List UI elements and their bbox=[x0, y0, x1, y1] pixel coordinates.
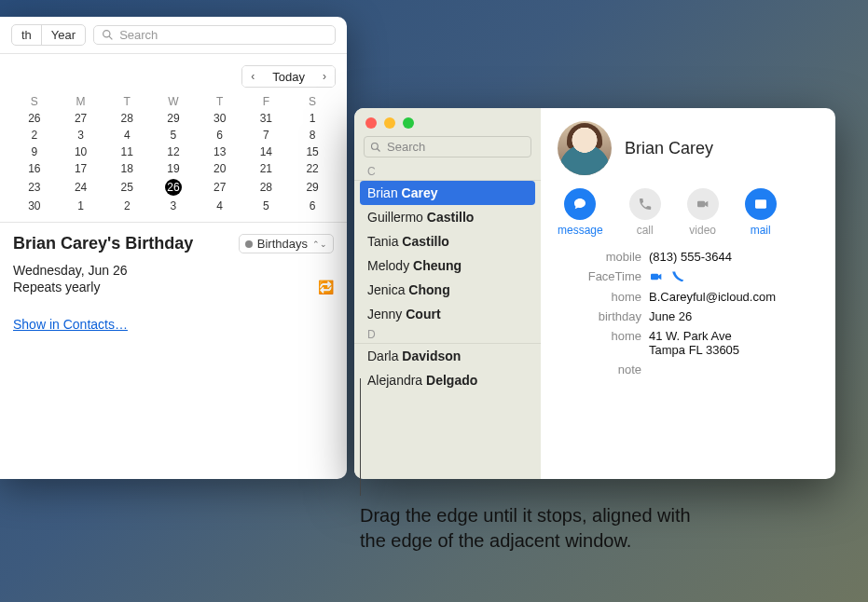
calendar-day[interactable]: 23 bbox=[11, 177, 58, 198]
video-icon[interactable] bbox=[649, 269, 664, 284]
calendar-day[interactable]: 5 bbox=[243, 198, 290, 214]
calendar-day[interactable]: 29 bbox=[150, 110, 197, 127]
calendar-day[interactable]: 24 bbox=[58, 177, 104, 198]
chevron-updown-icon: ⌃⌄ bbox=[312, 239, 327, 249]
mail-icon bbox=[745, 188, 777, 220]
phone-icon[interactable] bbox=[671, 269, 686, 284]
calendar-day[interactable]: 30 bbox=[11, 198, 58, 214]
calendar-day[interactable]: 2 bbox=[103, 198, 150, 214]
calendar-day[interactable]: 8 bbox=[289, 127, 336, 144]
calendar-day[interactable]: 6 bbox=[289, 198, 336, 214]
calendar-day[interactable]: 2 bbox=[11, 127, 58, 144]
calendar-day[interactable]: 16 bbox=[11, 160, 58, 177]
calendar-day[interactable]: 29 bbox=[289, 177, 336, 198]
close-button[interactable] bbox=[365, 117, 377, 129]
contact-row[interactable]: Brian Carey bbox=[360, 181, 535, 205]
calendar-day[interactable]: 27 bbox=[58, 110, 104, 127]
next-button[interactable]: › bbox=[314, 66, 335, 87]
minimize-button[interactable] bbox=[384, 117, 395, 129]
calendar-day[interactable]: 10 bbox=[58, 144, 104, 160]
contacts-search-input[interactable]: Search bbox=[364, 136, 531, 157]
calendar-day[interactable]: 1 bbox=[289, 110, 336, 127]
calendar-day[interactable]: 21 bbox=[243, 160, 290, 177]
action-message[interactable]: message bbox=[558, 188, 603, 237]
contact-row[interactable]: Tania Castillo bbox=[354, 229, 541, 253]
mini-calendar: ‹ Today › SMTWTFS26272829303112345678910… bbox=[0, 54, 347, 222]
view-segmented-control[interactable]: th Year bbox=[11, 24, 86, 46]
calendar-day[interactable]: 3 bbox=[58, 127, 104, 144]
calendar-day[interactable]: 20 bbox=[197, 160, 243, 177]
contacts-list[interactable]: CBrian CareyGuillermo CastilloTania Cast… bbox=[354, 163, 541, 479]
dow-header: S bbox=[289, 93, 336, 110]
action-video[interactable]: video bbox=[687, 188, 719, 237]
show-in-contacts-link[interactable]: Show in Contacts… bbox=[13, 317, 128, 332]
calendar-day[interactable]: 4 bbox=[103, 127, 150, 144]
calendar-day[interactable]: 25 bbox=[103, 177, 150, 198]
addr-line2: Tampa FL 33605 bbox=[649, 343, 819, 357]
calendar-day[interactable]: 27 bbox=[197, 177, 243, 198]
dow-header: T bbox=[197, 93, 243, 110]
svg-point-2 bbox=[372, 143, 379, 149]
contact-name[interactable]: Brian Carey bbox=[625, 139, 713, 158]
calendar-day[interactable]: 31 bbox=[243, 110, 290, 127]
mini-calendar-grid[interactable]: SMTWTFS262728293031123456789101112131415… bbox=[11, 93, 336, 214]
field-value-mobile[interactable]: (813) 555-3644 bbox=[649, 250, 819, 264]
calendar-day[interactable]: 26 bbox=[11, 110, 58, 127]
contact-row[interactable]: Jenny Court bbox=[354, 302, 541, 326]
calendar-picker-label: Birthdays bbox=[257, 237, 308, 251]
calendar-picker[interactable]: Birthdays ⌃⌄ bbox=[239, 234, 334, 253]
contact-row[interactable]: Jenica Chong bbox=[354, 278, 541, 302]
calendar-color-dot bbox=[245, 240, 253, 248]
calendar-day[interactable]: 17 bbox=[58, 160, 104, 177]
calendar-day[interactable]: 5 bbox=[150, 127, 197, 144]
calendar-day[interactable]: 22 bbox=[289, 160, 336, 177]
field-value-note[interactable] bbox=[649, 363, 819, 376]
video-icon bbox=[687, 188, 719, 220]
prev-button[interactable]: ‹ bbox=[242, 66, 263, 87]
addr-line1: 41 W. Park Ave bbox=[649, 329, 819, 343]
calendar-day[interactable]: 6 bbox=[197, 127, 243, 144]
contact-row[interactable]: Guillermo Castillo bbox=[354, 205, 541, 229]
seg-partial[interactable]: th bbox=[12, 25, 41, 45]
action-label: mail bbox=[751, 224, 771, 237]
calendar-day[interactable]: 11 bbox=[103, 144, 150, 160]
contact-row[interactable]: Melody Cheung bbox=[354, 253, 541, 278]
calendar-day[interactable]: 15 bbox=[289, 144, 336, 160]
svg-rect-6 bbox=[651, 274, 658, 280]
event-repeat: Repeats yearly bbox=[13, 280, 100, 294]
callout-text: Drag the edge until it stops, aligned wi… bbox=[360, 503, 696, 554]
field-value-facetime bbox=[649, 269, 819, 284]
calendar-day[interactable]: 30 bbox=[197, 110, 243, 127]
calendar-day[interactable]: 19 bbox=[150, 160, 197, 177]
zoom-button[interactable] bbox=[403, 117, 414, 129]
action-label: call bbox=[637, 224, 654, 237]
action-mail[interactable]: mail bbox=[745, 188, 777, 237]
seg-year[interactable]: Year bbox=[41, 25, 85, 45]
action-call[interactable]: call bbox=[629, 188, 661, 237]
calendar-nav-group: ‹ Today › bbox=[241, 65, 336, 88]
calendar-day[interactable]: 28 bbox=[243, 177, 290, 198]
calendar-day[interactable]: 26 bbox=[150, 177, 197, 198]
calendar-window: th Year Search ‹ Today › SMTWTFS26272829… bbox=[0, 17, 347, 479]
calendar-search-input[interactable]: Search bbox=[93, 25, 336, 45]
calendar-day[interactable]: 18 bbox=[103, 160, 150, 177]
calendar-day[interactable]: 13 bbox=[197, 144, 243, 160]
action-label: video bbox=[689, 224, 716, 237]
calendar-day[interactable]: 14 bbox=[243, 144, 290, 160]
calendar-day[interactable]: 9 bbox=[11, 144, 58, 160]
calendar-day[interactable]: 7 bbox=[243, 127, 290, 144]
contact-row[interactable]: Darla Davidson bbox=[354, 344, 541, 368]
field-value-birthday[interactable]: June 26 bbox=[649, 309, 819, 323]
event-title[interactable]: Brian Carey's Birthday bbox=[13, 234, 193, 253]
calendar-day[interactable]: 3 bbox=[150, 198, 197, 214]
calendar-day[interactable]: 4 bbox=[197, 198, 243, 214]
contact-row[interactable]: Alejandra Delgado bbox=[354, 368, 541, 392]
today-button[interactable]: Today bbox=[263, 66, 314, 87]
field-value-home-addr[interactable]: 41 W. Park Ave Tampa FL 33605 bbox=[649, 329, 819, 357]
svg-line-1 bbox=[109, 36, 112, 39]
calendar-day[interactable]: 1 bbox=[58, 198, 104, 214]
calendar-day[interactable]: 12 bbox=[150, 144, 197, 160]
svg-point-0 bbox=[103, 31, 110, 37]
field-value-home-email[interactable]: B.Careyful@icloud.com bbox=[649, 290, 819, 304]
calendar-day[interactable]: 28 bbox=[103, 110, 150, 127]
